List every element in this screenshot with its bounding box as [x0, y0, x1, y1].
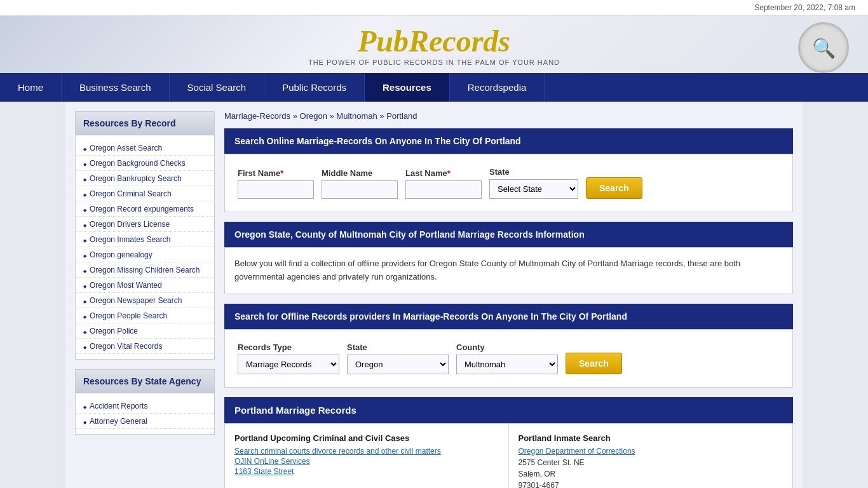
middle-name-label: Middle Name: [322, 168, 398, 178]
offline-search-form-box: Records Type Marriage RecordsBirth Recor…: [224, 329, 793, 388]
sidebar-item: Oregon Inmates Search: [76, 232, 214, 247]
breadcrumb-separator: »: [377, 111, 386, 121]
sidebar-resources-list: Oregon Asset SearchOregon Background Che…: [76, 135, 214, 359]
sidebar-item-link[interactable]: Oregon Background Checks: [90, 159, 186, 168]
records-cell-1-link-3[interactable]: 1163 State Street: [234, 467, 499, 476]
sidebar-item: Oregon Police: [76, 323, 214, 339]
sidebar-item: Oregon Criminal Search: [76, 186, 214, 201]
online-search-form-row: First Name* Middle Name Last Name* State: [238, 167, 780, 199]
records-type-group: Records Type Marriage RecordsBirth Recor…: [238, 342, 339, 374]
breadcrumb-item[interactable]: Marriage-Records: [224, 111, 290, 121]
online-search-form-box: First Name* Middle Name Last Name* State: [224, 154, 793, 212]
records-cell-2-title: Portland Inmate Search: [519, 433, 783, 443]
records-type-select[interactable]: Marriage RecordsBirth RecordsDeath Recor…: [238, 355, 339, 374]
offline-search-header: Search for Offline Records providers In …: [224, 304, 793, 329]
records-grid: Portland Upcoming Criminal and Civil Cas…: [224, 423, 793, 488]
last-name-label: Last Name*: [405, 168, 482, 178]
sidebar-resources-title: Resources By Record: [76, 112, 214, 135]
breadcrumb: Marriage-Records » Oregon » Multnomah » …: [224, 111, 793, 121]
breadcrumb-item[interactable]: Multnomah: [336, 111, 377, 121]
nav-public-records[interactable]: Public Records: [264, 73, 365, 102]
sidebar-agency-item: Attorney General: [76, 414, 214, 429]
county-label: County: [456, 342, 558, 352]
offline-state-label: State: [347, 342, 449, 352]
sidebar-item-link[interactable]: Oregon Missing Children Search: [90, 266, 200, 274]
first-name-group: First Name*: [238, 168, 314, 199]
sidebar-resources-by-record: Resources By Record Oregon Asset SearchO…: [75, 111, 215, 360]
offline-state-select[interactable]: OregonAlabamaAlaskaArizonaCalifornia: [347, 355, 449, 374]
sidebar-item: Oregon Most Wanted: [76, 278, 214, 293]
county-group: County MultnomahWashingtonClackamasMario…: [456, 342, 558, 374]
sidebar-item-link[interactable]: Oregon Newspaper Search: [90, 296, 182, 305]
sidebar-item-link[interactable]: Oregon Drivers License: [90, 220, 170, 229]
sidebar-item-link[interactable]: Oregon genealogy: [90, 250, 153, 259]
sidebar-item-link[interactable]: Oregon Inmates Search: [90, 235, 170, 244]
sidebar-resources-by-agency: Resources By State Agency Accident Repor…: [75, 369, 215, 435]
tagline: THE POWER OF PUBLIC RECORDS IN THE PALM …: [308, 58, 560, 66]
sidebar-item: Oregon Asset Search: [76, 140, 214, 156]
nav-resources[interactable]: Resources: [365, 73, 450, 102]
online-search-header: Search Online Marriage-Records On Anyone…: [224, 128, 793, 154]
sidebar-item-link[interactable]: Oregon Asset Search: [90, 144, 162, 152]
info-section-header: Oregon State, County of Multnomah City o…: [224, 222, 793, 247]
county-select[interactable]: MultnomahWashingtonClackamasMarionLane: [456, 355, 558, 374]
header-main: PubRecords THE POWER OF PUBLIC RECORDS I…: [0, 16, 868, 73]
sidebar-item: Oregon People Search: [76, 308, 214, 323]
middle-name-group: Middle Name: [322, 168, 398, 199]
sidebar-item-link[interactable]: Oregon Record expungements: [90, 205, 194, 214]
sidebar-item: Oregon Drivers License: [76, 217, 214, 232]
offline-form-row: Records Type Marriage RecordsBirth Recor…: [238, 342, 780, 374]
nav-recordspedia[interactable]: Recordspedia: [450, 73, 545, 102]
records-cell-1-link-2[interactable]: OJIN OnLine Services: [234, 457, 499, 466]
content-area: Marriage-Records » Oregon » Multnomah » …: [224, 111, 793, 488]
nav-business-search[interactable]: Business Search: [62, 73, 170, 102]
sidebar-item-link[interactable]: Oregon Most Wanted: [90, 281, 162, 290]
portland-records-section-header: Portland Marriage Records: [224, 397, 793, 423]
sidebar-item: Oregon Missing Children Search: [76, 262, 214, 278]
last-name-group: Last Name*: [405, 168, 482, 199]
state-group: State Select StateAlabamaAlaskaArizonaAr…: [489, 167, 578, 199]
sidebar-item: Oregon Bankruptcy Search: [76, 171, 214, 186]
magnifier-icon: 🔍: [798, 22, 849, 73]
sidebar-item-link[interactable]: Oregon Police: [90, 327, 138, 336]
offline-state-group: State OregonAlabamaAlaskaArizonaCaliforn…: [347, 342, 449, 374]
sidebar-item-link[interactable]: Oregon Vital Records: [90, 342, 163, 351]
first-name-input[interactable]: [238, 180, 314, 199]
breadcrumb-item[interactable]: Oregon: [300, 111, 327, 121]
nav-social-search[interactable]: Social Search: [170, 73, 265, 102]
logo-pub: Pub: [358, 24, 409, 58]
sidebar-agency-title: Resources By State Agency: [76, 370, 214, 393]
datetime: September 20, 2022, 7:08 am: [754, 3, 855, 12]
sidebar-agency-item: Accident Reports: [76, 398, 214, 414]
sidebar-agency-list: Accident ReportsAttorney General: [76, 393, 214, 434]
sidebar-item-link[interactable]: Oregon Bankruptcy Search: [90, 174, 182, 183]
records-cell-2-org-link[interactable]: Oregon Department of Corrections: [519, 447, 783, 456]
sidebar-agency-item-link[interactable]: Attorney General: [90, 417, 147, 426]
offline-search-button[interactable]: Search: [566, 353, 622, 374]
middle-name-input[interactable]: [322, 180, 398, 199]
header-top: September 20, 2022, 7:08 am: [0, 0, 868, 16]
main-container: Resources By Record Oregon Asset SearchO…: [65, 102, 803, 488]
header-logo: PubRecords THE POWER OF PUBLIC RECORDS I…: [308, 24, 560, 66]
online-search-button[interactable]: Search: [586, 177, 642, 199]
sidebar-item: Oregon Vital Records: [76, 339, 214, 354]
nav-home[interactable]: Home: [0, 73, 62, 102]
sidebar-item-link[interactable]: Oregon People Search: [90, 311, 167, 320]
sidebar: Resources By Record Oregon Asset SearchO…: [75, 111, 215, 488]
logo-records: Records: [409, 24, 510, 58]
state-select[interactable]: Select StateAlabamaAlaskaArizonaArkansas…: [489, 179, 578, 199]
breadcrumb-item[interactable]: Portland: [386, 111, 417, 121]
last-name-input[interactable]: [405, 180, 482, 199]
main-nav: Home Business Search Social Search Publi…: [0, 73, 868, 102]
records-cell-1: Portland Upcoming Criminal and Civil Cas…: [225, 424, 509, 488]
records-cell-2: Portland Inmate Search Oregon Department…: [509, 424, 793, 488]
sidebar-item: Oregon genealogy: [76, 247, 214, 262]
first-name-label: First Name*: [238, 168, 314, 178]
records-cell-1-link-1[interactable]: Search criminal courts divorce records a…: [234, 447, 499, 456]
info-section-body: Below you will find a collection of offl…: [224, 247, 793, 294]
breadcrumb-separator: »: [327, 111, 336, 121]
sidebar-item-link[interactable]: Oregon Criminal Search: [90, 189, 172, 198]
records-cell-2-address: 2575 Center St. NESalem, OR97301-4667: [519, 457, 783, 488]
sidebar-agency-item-link[interactable]: Accident Reports: [90, 402, 147, 410]
records-cell-1-title: Portland Upcoming Criminal and Civil Cas…: [234, 433, 499, 443]
